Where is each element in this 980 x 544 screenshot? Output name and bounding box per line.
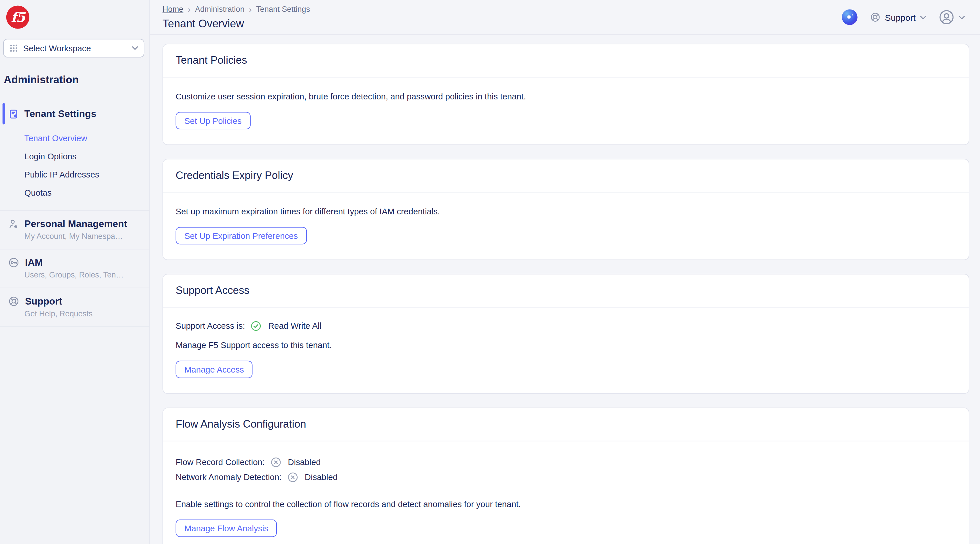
card-description: Customize user session expiration, brute… [176,91,956,103]
card-title: Flow Analysis Configuration [176,418,306,430]
breadcrumb-home[interactable]: Home [162,4,183,14]
network-anomaly-detection-status: Network Anomaly Detection: Disabled [176,469,956,484]
card-title: Tenant Policies [176,54,247,66]
sidebar-item-label: Tenant Settings [24,108,97,119]
tenant-settings-subnav: Tenant Overview Login Options Public IP … [0,129,150,202]
card-title: Support Access [176,285,250,296]
breadcrumb: Home › Administration › Tenant Settings [162,4,310,14]
app-window: f5 Select Workspace Administration [0,0,980,544]
select-workspace-label: Select Workspace [23,43,91,53]
sidebar-divider [0,326,150,327]
status-value: Disabled [305,472,337,482]
key-icon [8,257,19,268]
status-label: Support Access is: [176,321,245,331]
chevron-down-icon [920,15,926,19]
check-circle-icon [251,321,261,331]
card-description: Manage F5 Support access to this tenant. [176,339,956,352]
avatar-icon [939,10,955,25]
status-label: Flow Record Collection: [176,457,265,467]
x-circle-icon [287,472,298,482]
sidebar-item-personal-management[interactable]: Personal Management My Account, My Names… [0,211,150,249]
flow-analysis-configuration-card: Flow Analysis Configuration Flow Record … [162,408,969,544]
select-workspace-dropdown[interactable]: Select Workspace [3,39,144,57]
card-description: Enable settings to control the collectio… [176,498,956,511]
ai-assistant-button[interactable] [842,10,857,25]
active-accent-bar [3,103,5,124]
manage-access-button[interactable]: Manage Access [176,361,253,378]
user-gear-icon [8,218,19,229]
breadcrumb-tenant-settings: Tenant Settings [256,4,310,14]
support-menu-label: Support [885,12,915,22]
page-title: Tenant Overview [162,17,310,31]
main-area: Home › Administration › Tenant Settings … [150,0,980,544]
status-label: Network Anomaly Detection: [176,472,282,482]
account-menu[interactable] [939,10,965,25]
top-bar: Home › Administration › Tenant Settings … [150,0,980,35]
chevron-down-icon [132,46,138,50]
credentials-expiry-policy-card: Credentials Expiry Policy Set up maximum… [162,159,969,260]
sidebar: f5 Select Workspace Administration [0,0,150,544]
lifebuoy-icon [870,12,881,22]
f5-logo: f5 [6,6,29,29]
sidebar-item-support[interactable]: Support Get Help, Requests [0,288,150,326]
status-value: Read Write All [268,321,321,331]
sidebar-item-iam[interactable]: IAM Users, Groups, Roles, Ten… [0,250,150,288]
f5-logo-text: f5 [11,10,24,25]
f5-console-app: f5 Select Workspace Administration [0,0,980,544]
set-up-expiration-preferences-button[interactable]: Set Up Expiration Preferences [176,227,307,245]
flow-record-collection-status: Flow Record Collection: Disabled [176,454,956,469]
set-up-policies-button[interactable]: Set Up Policies [176,112,250,129]
x-circle-icon [270,457,281,468]
card-title: Credentials Expiry Policy [176,169,293,181]
sidebar-section-title: Administration [4,74,150,86]
support-access-status: Support Access is: Read Write All [176,321,956,331]
sparkle-icon [844,12,855,22]
lifebuoy-icon [8,296,19,307]
sidebar-item-public-ip-addresses[interactable]: Public IP Addresses [0,166,150,184]
sidebar-item-login-options[interactable]: Login Options [0,148,150,166]
sidebar-item-label: Support [25,296,62,307]
chevron-right-icon: › [188,5,191,14]
sidebar-item-quotas[interactable]: Quotas [0,184,150,202]
status-value: Disabled [288,457,321,467]
sidebar-item-subtitle: My Account, My Namespa… [24,232,145,240]
sidebar-item-subtitle: Get Help, Requests [24,309,145,318]
sidebar-item-tenant-overview[interactable]: Tenant Overview [0,129,150,148]
sidebar-item-label: IAM [25,257,43,268]
chevron-right-icon: › [249,5,252,14]
breadcrumb-administration: Administration [195,4,245,14]
chevron-down-icon [959,15,965,19]
support-access-card: Support Access Support Access is: Read W… [162,274,969,394]
tenant-settings-icon [8,108,19,119]
sidebar-item-tenant-settings[interactable]: Tenant Settings [0,103,150,124]
sidebar-item-subtitle: Users, Groups, Roles, Ten… [24,270,145,279]
sidebar-item-label: Personal Management [24,218,127,229]
manage-flow-analysis-button[interactable]: Manage Flow Analysis [176,520,277,537]
content-area: Tenant Policies Customize user session e… [150,35,980,544]
support-menu[interactable]: Support [870,12,926,22]
card-description: Set up maximum expiration times for diff… [176,206,956,218]
grid-icon [10,44,18,52]
tenant-policies-card: Tenant Policies Customize user session e… [162,44,969,145]
